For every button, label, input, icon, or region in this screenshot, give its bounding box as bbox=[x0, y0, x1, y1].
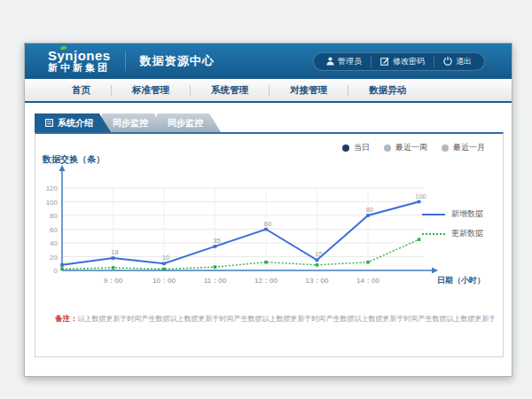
tab-label: 同步监控 bbox=[168, 117, 203, 129]
nav-item-home[interactable]: 首页 bbox=[51, 84, 111, 97]
change-password-label: 修改密码 bbox=[393, 56, 425, 67]
content-panel: 当日 最近一周 最近一月 数据交换（条） 0204060801001209：00… bbox=[35, 132, 504, 357]
main-nav: 首页 标准管理 系统管理 对接管理 数据异动 bbox=[25, 79, 512, 103]
legend-dotted-line-icon bbox=[422, 233, 445, 235]
svg-text:13：00: 13：00 bbox=[306, 277, 329, 285]
legend-new-data-label: 新增数据 bbox=[451, 208, 483, 220]
user-toolbar: 管理员 修改密码 退出 bbox=[313, 52, 485, 71]
admin-user-label: 管理员 bbox=[338, 56, 362, 67]
svg-text:100: 100 bbox=[46, 199, 59, 207]
radio-unselected-icon bbox=[442, 145, 449, 152]
svg-text:80: 80 bbox=[366, 206, 373, 214]
svg-text:15: 15 bbox=[315, 250, 322, 258]
logout-button[interactable]: 退出 bbox=[434, 56, 481, 67]
power-icon bbox=[443, 57, 452, 66]
tab-label: 系统介绍 bbox=[58, 117, 93, 129]
nav-item-data-change[interactable]: 数据异动 bbox=[348, 84, 426, 97]
radio-selected-icon bbox=[342, 145, 349, 152]
svg-text:14：00: 14：00 bbox=[356, 277, 379, 285]
user-icon bbox=[326, 57, 334, 66]
nav-item-standard-mgmt[interactable]: 标准管理 bbox=[112, 84, 190, 97]
footnote-text: 以上数据更新于时间产生数据以上数据更新于时间产生数据以上数据更新于时间产生数据以… bbox=[78, 315, 496, 323]
svg-text:40: 40 bbox=[50, 239, 58, 247]
svg-text:80: 80 bbox=[50, 212, 58, 220]
svg-text:10: 10 bbox=[162, 254, 169, 262]
tab-sync-monitor-1[interactable]: 同步监控 bbox=[102, 113, 166, 132]
admin-user-button[interactable]: 管理员 bbox=[317, 56, 371, 67]
tab-system-intro[interactable]: 系统介绍 bbox=[35, 113, 111, 132]
logo-brand-text: Synjones bbox=[48, 49, 111, 63]
radio-last-month[interactable]: 最近一月 bbox=[442, 142, 485, 153]
chart-legend: 新增数据 更新数据 bbox=[422, 208, 483, 239]
logout-label: 退出 bbox=[456, 56, 472, 67]
legend-update-data-label: 更新数据 bbox=[451, 228, 483, 239]
nav-item-system-mgmt[interactable]: 系统管理 bbox=[191, 84, 269, 97]
svg-text:12：00: 12：00 bbox=[254, 277, 278, 285]
company-logo: Synjones 新中新集团 bbox=[48, 49, 111, 73]
footnote-prefix: 备注： bbox=[55, 314, 78, 323]
svg-text:9：00: 9：00 bbox=[104, 277, 123, 285]
radio-today-label: 当日 bbox=[354, 142, 370, 153]
document-icon bbox=[45, 119, 53, 127]
svg-text:11：00: 11：00 bbox=[204, 277, 227, 285]
app-window: Synjones 新中新集团 数据资源中心 管理员 修改密码 退出 首页 标准管… bbox=[24, 43, 512, 377]
tab-bar: 系统介绍 同步监控 同步监控 bbox=[35, 113, 221, 132]
legend-solid-line-icon bbox=[422, 214, 445, 215]
tab-label: 同步监控 bbox=[113, 117, 148, 129]
radio-today[interactable]: 当日 bbox=[342, 142, 370, 153]
change-password-button[interactable]: 修改密码 bbox=[371, 56, 434, 67]
app-header: Synjones 新中新集团 数据资源中心 管理员 修改密码 退出 bbox=[25, 43, 512, 79]
footnote: 备注：以上数据更新于时间产生数据以上数据更新于时间产生数据以上数据更新于时间产生… bbox=[55, 314, 495, 325]
tab-sync-monitor-2[interactable]: 同步监控 bbox=[157, 113, 221, 132]
edit-icon bbox=[380, 57, 389, 66]
radio-unselected-icon bbox=[384, 145, 391, 152]
svg-text:10：00: 10：00 bbox=[153, 277, 176, 285]
legend-item-update-data: 更新数据 bbox=[422, 228, 483, 239]
radio-last-month-label: 最近一月 bbox=[453, 142, 485, 153]
nav-item-interface-mgmt[interactable]: 对接管理 bbox=[270, 84, 348, 97]
radio-last-week-label: 最近一周 bbox=[395, 142, 427, 153]
svg-text:100: 100 bbox=[415, 192, 426, 200]
svg-text:0: 0 bbox=[54, 267, 59, 275]
logo-company-text: 新中新集团 bbox=[48, 63, 111, 74]
svg-text:18: 18 bbox=[111, 248, 118, 256]
page-title: 数据资源中心 bbox=[125, 51, 215, 71]
svg-text:60: 60 bbox=[264, 220, 271, 228]
svg-text:35: 35 bbox=[213, 237, 220, 245]
radio-last-week[interactable]: 最近一周 bbox=[384, 142, 427, 153]
svg-text:日期（小时）: 日期（小时） bbox=[437, 276, 485, 285]
svg-text:60: 60 bbox=[50, 226, 58, 234]
svg-text:120: 120 bbox=[46, 184, 59, 192]
legend-item-new-data: 新增数据 bbox=[422, 208, 483, 220]
time-range-filters: 当日 最近一周 最近一月 bbox=[342, 142, 485, 153]
svg-text:20: 20 bbox=[50, 254, 58, 262]
